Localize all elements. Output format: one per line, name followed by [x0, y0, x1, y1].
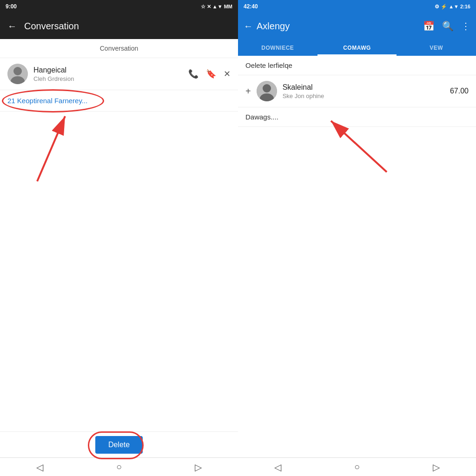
time-right: 42:40	[244, 3, 435, 10]
avatar-left	[7, 64, 28, 84]
contact-actions: 📞 🔖 ✕	[188, 69, 231, 79]
left-phone-panel: 9:00 ☆ ✕ ▲▼ MM ← Conversation Conversati…	[0, 0, 238, 476]
back-button-left[interactable]: ←	[7, 21, 17, 32]
phone-icon[interactable]: 📞	[188, 69, 198, 79]
conversation-link[interactable]: 21 Keoptirenal Farnerey...	[0, 90, 238, 112]
dawags-row: Dawags....	[238, 107, 476, 127]
delete-button[interactable]: Delete	[95, 436, 143, 454]
status-icons-right: ⚙ ⚡ ▲▼ 2:16	[435, 4, 470, 10]
left-spacer	[0, 112, 238, 431]
bottom-bar-left: Delete	[0, 431, 238, 457]
back-nav-left[interactable]: ◁	[36, 462, 43, 473]
calendar-icon[interactable]: 📅	[423, 20, 435, 32]
status-bar-left: 9:00 ☆ ✕ ▲▼ MM	[0, 0, 238, 13]
more-icon[interactable]: ⋮	[461, 20, 470, 32]
time-left: 9:00	[6, 3, 201, 10]
delete-btn-wrapper: Delete	[95, 436, 143, 454]
section-header-right: Oelete lerfielqe	[238, 56, 476, 75]
tab-downiece[interactable]: DOWNIECE	[238, 39, 317, 56]
app-bar-right: ← Axlengy 📅 🔍 ⋮	[238, 13, 476, 39]
app-title-left: Conversation	[24, 21, 79, 32]
search-icon[interactable]: 🔍	[442, 20, 454, 32]
tabs-bar: DOWNIECE COMAWG VEW	[238, 39, 476, 56]
back-nav-right[interactable]: ◁	[274, 462, 281, 473]
recents-nav-right[interactable]: ▷	[433, 462, 440, 473]
app-bar-left: ← Conversation	[0, 13, 238, 39]
home-nav-left[interactable]: ○	[116, 462, 122, 472]
back-button-right[interactable]: ←	[244, 21, 253, 32]
status-bar-right: 42:40 ⚙ ⚡ ▲▼ 2:16	[238, 0, 476, 13]
bookmark-icon[interactable]: 🔖	[206, 69, 216, 79]
plus-icon[interactable]: +	[245, 86, 251, 97]
tab-vew[interactable]: VEW	[397, 39, 476, 56]
nav-bar-right: ◁ ○ ▷	[238, 457, 476, 476]
list-item-row[interactable]: + Skaleinal Ske Jon ophine 67.00	[238, 75, 476, 107]
recents-nav-left[interactable]: ▷	[195, 462, 202, 473]
list-amount: 67.00	[450, 87, 469, 95]
svg-point-1	[13, 67, 22, 75]
contact-row[interactable]: Hangeical Cleh Grdresion 📞 🔖 ✕	[0, 58, 238, 90]
status-icons-left: ☆ ✕ ▲▼ MM	[201, 4, 232, 10]
contact-sub: Cleh Grdresion	[33, 75, 188, 82]
right-phone-panel: 42:40 ⚙ ⚡ ▲▼ 2:16 ← Axlengy 📅 🔍 ⋮ DOWNIE…	[238, 0, 476, 476]
tab-comawg[interactable]: COMAWG	[317, 39, 397, 56]
conversation-link-container: 21 Keoptirenal Farnerey...	[0, 90, 238, 112]
list-sub: Ske Jon ophine	[283, 93, 450, 99]
list-name: Skaleinal	[283, 83, 450, 92]
svg-point-6	[263, 84, 271, 93]
contact-info: Hangeical Cleh Grdresion	[28, 66, 188, 82]
right-content: Oelete lerfielqe + Skaleinal Ske Jon oph…	[238, 56, 476, 457]
home-nav-right[interactable]: ○	[354, 462, 360, 472]
nav-bar-left: ◁ ○ ▷	[0, 457, 238, 476]
list-avatar	[257, 81, 277, 101]
close-icon[interactable]: ✕	[224, 69, 231, 79]
list-info: Skaleinal Ske Jon ophine	[277, 83, 450, 99]
contact-name: Hangeical	[33, 66, 188, 74]
section-label: Conversation	[0, 39, 238, 58]
toolbar-icons: 📅 🔍 ⋮	[423, 20, 470, 32]
app-title-right: Axlengy	[257, 21, 419, 32]
